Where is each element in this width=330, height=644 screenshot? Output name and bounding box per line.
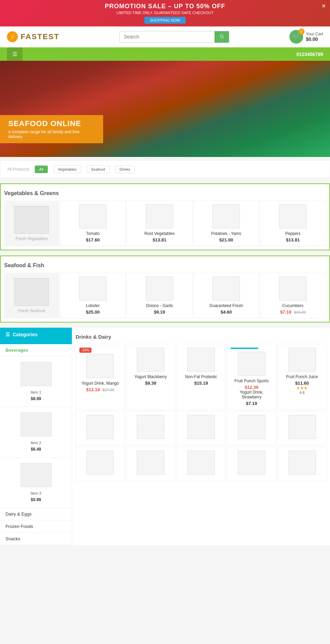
hero-title: SEAFOOD ONLINE: [8, 119, 95, 128]
product-price: $15.19: [194, 381, 208, 386]
vegetables-banner-col: Fresh Vegetables: [4, 201, 59, 246]
sidebar-category-frozen[interactable]: Frozen Foods: [0, 520, 72, 533]
product-card-empty-7: [126, 447, 175, 481]
product-image: [137, 451, 164, 475]
sale-badge: -54%: [79, 348, 91, 353]
filter-tab-drinks[interactable]: Drinks: [115, 166, 135, 173]
product-image: [146, 204, 173, 228]
product-accent-bar: [231, 348, 258, 349]
product-image: [187, 415, 215, 439]
drinks-products-row2: [76, 411, 327, 445]
product-name: Tomato: [86, 231, 99, 236]
product-image: [137, 415, 164, 439]
product-price: $9.39: [145, 381, 156, 386]
product-name: Peppers: [285, 231, 301, 236]
product-image: [86, 354, 114, 378]
hero-subtitle: a complete range for all family and free…: [8, 129, 95, 139]
menu-button[interactable]: ☰: [7, 47, 23, 61]
filter-tab-seafood[interactable]: Seafood: [87, 166, 110, 173]
product-price: $17.60: [86, 237, 100, 242]
product-image: [79, 204, 107, 228]
sidebar-item-1: Item 1 $8.99: [0, 357, 72, 407]
product-price: $13.81: [153, 237, 166, 242]
product-image: [146, 276, 173, 301]
sidebar-item-price: $6.49: [3, 446, 69, 454]
cart-icon-wrap: 🛒 0: [289, 30, 303, 44]
filter-tab-all[interactable]: All: [35, 166, 48, 173]
drinks-products-row3: [76, 447, 327, 481]
seafood-banner-col: Fresh Seafood: [4, 273, 59, 318]
sidebar-item-name: Item 3: [3, 490, 69, 497]
product-card-yogurt-mango: -54% Yogurt Drink, Mango $12.19 $27.00: [76, 344, 125, 410]
promo-banner: PROMOTION SALE – UP TO 50% OFF LIMITED T…: [0, 0, 330, 26]
product-image: [187, 348, 215, 372]
sidebar-category-snacks[interactable]: Snacks: [0, 533, 72, 545]
product-card-peppers: Peppers $13.81: [260, 201, 326, 246]
product-name: Onions - Garlic: [146, 303, 173, 308]
product-price: $9.19: [154, 309, 165, 315]
product-rating-count: 4.6: [299, 391, 305, 395]
main-products-area: Drinks & Dairy -54% Yogurt Drink, Mango …: [72, 328, 330, 545]
product-name: Yogurt Drink, Mango: [81, 381, 119, 386]
cart-total: $0.00: [306, 36, 323, 42]
cart-count-badge: 0: [298, 29, 305, 35]
close-banner-button[interactable]: ✕: [321, 3, 326, 9]
sidebar-header-label: Categories: [13, 332, 37, 337]
seafood-banner-text: Fresh Seafood: [14, 278, 49, 313]
product-card-cucumbers: Cucumbers $7.19 $15.99: [260, 273, 326, 318]
search-button[interactable]: [214, 31, 229, 43]
svg-line-1: [223, 37, 224, 38]
seafood-section: Seafood & Fish Fresh Seafood Lobster $25…: [0, 256, 330, 323]
shop-now-button[interactable]: SHOPPING NOW: [144, 17, 186, 24]
sidebar-item-image: [21, 463, 52, 487]
product-card-empty-3: [177, 411, 226, 445]
product-card-empty-5: [277, 411, 327, 445]
product-card-fruit-punch-juice: Fruit Punch Juice $11.60 ★★★ 4.6: [277, 344, 327, 410]
hero-banner: SEAFOOD ONLINE a complete range for all …: [0, 61, 330, 157]
drinks-section-title: Drinks & Dairy: [76, 331, 327, 344]
product-card-empty-1: [76, 411, 125, 445]
product-name: Yogurt Blackberry: [134, 374, 167, 379]
product-sub-price: $7.19: [246, 401, 257, 406]
seafood-grid: Fresh Seafood Lobster $25.00 Onions - Ga…: [4, 273, 326, 318]
logo[interactable]: ⚡ FASTEST: [7, 31, 59, 42]
promo-subtitle: LIMITED TIME ONLY, GUARANTEED SAFE CHECK…: [14, 11, 316, 15]
search-input[interactable]: [120, 31, 214, 42]
sidebar-item-image: [21, 413, 52, 437]
hero-overlay: SEAFOOD ONLINE a complete range for all …: [0, 115, 103, 143]
sidebar-category-beverages[interactable]: Beverages: [0, 344, 72, 357]
vegetables-section: Vegetables & Greens Fresh Vegetables Tom…: [0, 183, 330, 250]
filter-bar: All Products All Vegetables Seafood Drin…: [0, 160, 330, 178]
product-image: [86, 451, 114, 475]
sidebar-item-name: Item 2: [3, 439, 69, 446]
sidebar-item-name: Item 1: [3, 389, 69, 396]
filter-tab-vegetables[interactable]: Vegetables: [53, 166, 81, 173]
product-image: [279, 204, 307, 228]
product-image: [79, 276, 107, 301]
sidebar-item-price: $8.99: [3, 396, 69, 404]
sidebar-item-image: [21, 362, 52, 386]
sidebar: ☰ Categories Beverages Item 1 $8.99 Item…: [0, 328, 72, 545]
logo-text: FASTEST: [21, 32, 59, 41]
product-card-onions: Onions - Garlic $9.19: [126, 273, 192, 318]
sidebar-category-dairy[interactable]: Dairy & Eggs: [0, 508, 72, 520]
product-image: [187, 451, 215, 475]
product-name: Root Vegetables: [144, 231, 175, 236]
product-card-fruit-punch: Fruit Punch Sports $12.39 Yogurt Drink, …: [227, 344, 276, 410]
product-card-empty-9: [227, 447, 276, 481]
product-price-sale: $7.19: [280, 309, 292, 315]
cart-area[interactable]: 🛒 0 Your Cart $0.00: [289, 30, 323, 44]
product-rating-stars: ★★★: [296, 386, 308, 391]
drinks-section: ☰ Categories Beverages Item 1 $8.99 Item…: [0, 328, 330, 545]
product-price: $11.60: [295, 381, 309, 386]
product-image: [137, 348, 164, 372]
product-name: Fruit Punch Juice: [286, 374, 318, 379]
product-image: [86, 415, 114, 439]
sidebar-menu-icon: ☰: [6, 332, 10, 337]
drinks-products-grid: -54% Yogurt Drink, Mango $12.19 $27.00 Y…: [76, 344, 327, 410]
product-card-probiotic: Non-Fat Probiotic $15.19: [177, 344, 226, 410]
search-box: [119, 31, 229, 43]
product-price-original: $15.99: [294, 310, 306, 314]
product-name: Cucumbers: [282, 303, 303, 308]
sidebar-header: ☰ Categories: [0, 328, 72, 341]
